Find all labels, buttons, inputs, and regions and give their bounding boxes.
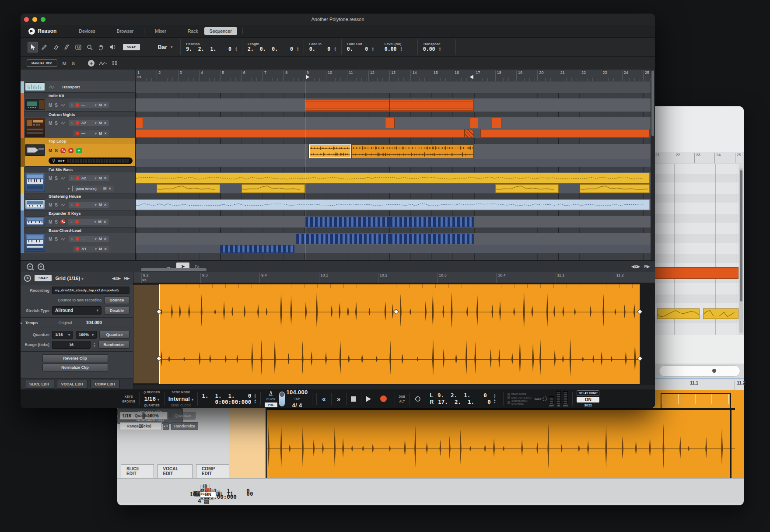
track-fat-80s-bass[interactable]: Fat 80s Bass MS ▸A2▾M× ▾(Mod Wheel)M× [21,167,135,193]
counter-stepper[interactable]: ▲▼▲▼ [254,394,256,404]
clip-bass-chord-lead[interactable] [389,234,474,244]
record-arm[interactable] [75,220,79,224]
output-select[interactable]: — [81,220,92,224]
fade-in-field[interactable]: Fade In0. 0▲▼ [304,39,341,55]
slice-icon[interactable] [60,148,66,153]
lane-mute[interactable]: M [99,176,102,180]
lane-mute[interactable]: M [103,186,107,191]
tab-vocal-edit[interactable]: VOCAL EDIT [57,380,88,388]
clip-fat-80s-bass[interactable] [242,184,305,193]
lane-mute[interactable]: M [98,220,102,224]
output-select[interactable]: A2 [81,121,93,125]
lane-mute[interactable]: M [99,131,102,136]
loop-stepper[interactable]: ▲▼▲▼ [494,394,496,404]
clip-top-loop[interactable] [309,144,351,158]
lane-delete[interactable]: × [105,247,107,251]
mute-button[interactable]: M [49,103,52,108]
arrangement-lane-transport[interactable] [136,81,651,93]
clip-outrun-nights[interactable] [492,118,501,128]
lane2-target[interactable]: A1 [81,247,93,251]
manual-rec-button[interactable]: MANUAL REC [27,60,57,67]
lane-delete[interactable]: × [104,203,106,207]
click-control[interactable]: CLICKPRE [265,391,277,407]
lane-delete[interactable]: × [104,220,106,224]
eraser-tool[interactable] [50,42,61,52]
output-select[interactable]: — [81,103,93,107]
menu-rack[interactable]: Rack [182,27,203,35]
delay-comp[interactable]: DELAY COMP ON 3022 [577,390,600,407]
bg-range-stepper[interactable]: ▲▼ [163,422,169,430]
clip-indie-kit[interactable] [389,99,474,111]
clip-expander-x-keys[interactable] [305,217,389,227]
mute-all-button[interactable]: M [63,61,66,66]
editor-horizontal-scrollbar[interactable] [133,385,655,389]
bg-bar-ruler[interactable]: 2122232425 [654,152,742,164]
q-record[interactable]: Q RECORD1/16 ▾QUANTIZE [144,391,160,407]
pointer-tool[interactable] [28,42,38,52]
editor-zoom-icon[interactable]: ◀Z▶ [112,276,120,280]
automation-icon[interactable] [99,61,108,66]
lane-controls[interactable]: ▸—▾M× [69,202,109,208]
mute-tool[interactable]: M [73,42,84,52]
arrangement-lane-fat-80s-bass[interactable] [136,172,651,184]
editor-grid-select[interactable]: Grid (1/16) ▾ [55,276,83,281]
add-track-button[interactable]: + [88,60,94,66]
solo-button[interactable]: S [55,148,58,153]
lane-delete[interactable]: × [104,237,106,241]
sync-mode[interactable]: SYNC MODEInternal ▾SEND CLOCK [168,391,194,407]
clip-bass-chord-lead[interactable] [296,234,389,244]
menu-sequencer[interactable]: Sequencer [204,27,237,35]
lane-delete[interactable]: × [104,121,106,125]
lane2-controls[interactable]: —▾M× [73,130,109,136]
keys-groove[interactable]: KEYSGROOVE [122,395,135,403]
quantize-strength-select[interactable]: 100%▾ [76,331,97,339]
record-arm[interactable] [76,103,79,107]
bar-ruler[interactable]: 1234567891011121314151617181920212223242… [136,70,651,81]
editor-body[interactable] [133,283,655,389]
range-ticks-value[interactable]: 16 [52,341,91,349]
clip-bass-chord-lead[interactable] [220,245,294,253]
arrangement-lane-expander-x-keys[interactable] [136,216,651,228]
snap-toggle[interactable]: SNAP [123,44,140,50]
lane-controls[interactable]: ▸—▾M× [69,236,109,242]
arrangement-lane-bass-chord-lead[interactable] [136,245,651,253]
output-select[interactable]: A2 [81,176,93,180]
stretch-type-select[interactable]: Allround▾ [52,306,102,315]
normalize-clip-button[interactable]: Normalize Clip [42,364,108,371]
lane-delete[interactable]: × [109,186,111,191]
mute-button[interactable]: M [49,237,52,242]
track-transport[interactable]: Transport [21,81,135,93]
hand-tool[interactable] [96,42,106,52]
track-indie-kit[interactable]: Indie Kit MS ▸—▾M× [21,93,135,112]
lane2-target[interactable]: — [81,131,93,136]
transpose-field[interactable]: Transpose0.00▲▼ [417,39,456,55]
position-field[interactable]: Position9. 2. 1. 0▲▼ [180,39,242,55]
record-enable-icon[interactable] [68,148,74,153]
snap-unit-select[interactable]: Bar▾ [158,44,172,50]
solo-button[interactable]: S [55,220,58,224]
arrangement-horizontal-scrollbar[interactable] [141,268,206,271]
track-bass-chord-lead[interactable]: Bass-Chord-Lead MS ▸—▾M× A1▾M× [21,228,135,253]
dice-icon[interactable] [60,219,66,224]
editor-position-ruler[interactable]: 9.29.39.410.110.210.310.411.111.24/4 [133,272,655,283]
stop-button[interactable] [346,393,361,405]
editor-follow-icon[interactable]: F▶ [124,276,130,280]
clip-fat-80s-bass[interactable] [157,184,220,193]
clip-outrun-nights[interactable] [136,118,143,128]
arrangement-lane-indie-kit[interactable] [136,98,651,112]
arrangement-lane-top-loop[interactable] [136,144,651,159]
clip-fat-80s-bass[interactable] [495,184,559,193]
mute-button[interactable]: M [49,176,52,181]
lane-mute[interactable]: M [99,237,102,241]
clip-expander-x-keys[interactable] [389,217,474,227]
grid-view-icon[interactable] [112,60,118,66]
solo-button[interactable]: S [55,103,58,108]
arrangement-lane-outrun-nights[interactable] [136,117,651,129]
zoom-in-icon[interactable]: + [38,263,44,270]
arrangement-lane-outrun-nights[interactable] [136,129,651,138]
bg-vertical-scrollbar[interactable] [739,168,743,333]
lane-delete[interactable]: × [105,131,107,136]
magnify-tool[interactable] [84,42,95,52]
arrangement-lane-top-loop[interactable] [136,159,651,167]
solo-button[interactable]: S [55,121,58,126]
